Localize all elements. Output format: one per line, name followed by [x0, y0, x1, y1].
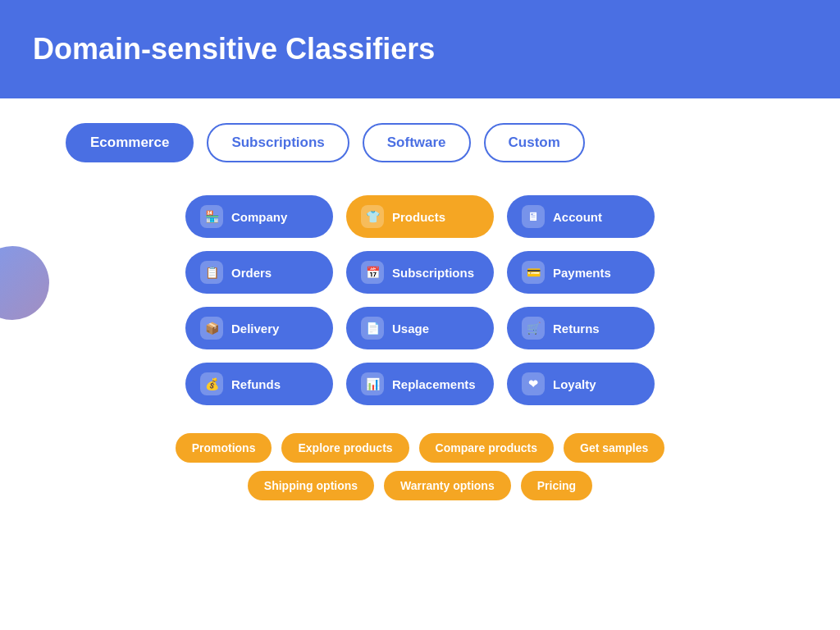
tab-subscriptions[interactable]: Subscriptions: [207, 123, 349, 162]
replacements-icon: 📊: [361, 372, 384, 395]
classifier-replacements-label: Replacements: [392, 377, 476, 391]
tab-software[interactable]: Software: [363, 123, 471, 162]
classifier-subscriptions-label: Subscriptions: [392, 266, 474, 280]
loyalty-icon: ❤: [522, 372, 545, 395]
classifier-replacements[interactable]: 📊 Replacements: [346, 363, 494, 405]
classifiers-grid: 🏪 Company 👕 Products 🖥 Account 📋 Orders …: [185, 195, 655, 405]
tag-get-samples[interactable]: Get samples: [564, 433, 664, 463]
tag-compare-products[interactable]: Compare products: [419, 433, 554, 463]
usage-icon: 📄: [361, 317, 384, 340]
tag-warranty-options[interactable]: Warranty options: [384, 471, 511, 500]
header: Domain-sensitive Classifiers: [0, 0, 840, 98]
tag-pricing[interactable]: Pricing: [521, 471, 592, 500]
tags-row-1: Promotions Explore products Compare prod…: [66, 433, 774, 463]
tag-shipping-options[interactable]: Shipping options: [248, 471, 374, 500]
tab-custom[interactable]: Custom: [484, 123, 585, 162]
classifier-payments[interactable]: 💳 Payments: [507, 251, 655, 294]
classifier-account[interactable]: 🖥 Account: [507, 195, 655, 238]
classifiers-wrapper: 🏪 Company 👕 Products 🖥 Account 📋 Orders …: [66, 195, 774, 425]
tabs-row: Ecommerce Subscriptions Software Custom: [66, 123, 774, 162]
classifier-company[interactable]: 🏪 Company: [185, 195, 333, 238]
tag-promotions[interactable]: Promotions: [176, 433, 272, 463]
decorative-circle: [0, 246, 49, 320]
tab-ecommerce[interactable]: Ecommerce: [66, 123, 194, 162]
classifier-company-label: Company: [231, 210, 287, 224]
classifier-delivery-label: Delivery: [231, 322, 279, 336]
classifier-orders-label: Orders: [231, 266, 272, 280]
company-icon: 🏪: [200, 205, 223, 228]
payments-icon: 💳: [522, 261, 545, 284]
classifier-products-label: Products: [392, 210, 445, 224]
classifier-delivery[interactable]: 📦 Delivery: [185, 307, 333, 349]
subscriptions-icon: 📅: [361, 261, 384, 284]
classifier-subscriptions[interactable]: 📅 Subscriptions: [346, 251, 494, 294]
classifier-returns[interactable]: 🛒 Returns: [507, 307, 655, 349]
classifier-refunds-label: Refunds: [231, 377, 281, 391]
classifier-loyalty-label: Loyalty: [553, 377, 596, 391]
classifier-usage-label: Usage: [392, 322, 429, 336]
products-icon: 👕: [361, 205, 384, 228]
classifier-usage[interactable]: 📄 Usage: [346, 307, 494, 349]
classifier-loyalty[interactable]: ❤ Loyalty: [507, 363, 655, 405]
refunds-icon: 💰: [200, 372, 223, 395]
tag-explore-products[interactable]: Explore products: [281, 433, 409, 463]
tags-row-2: Shipping options Warranty options Pricin…: [66, 471, 774, 500]
content: Ecommerce Subscriptions Software Custom …: [0, 98, 840, 525]
classifier-account-label: Account: [553, 210, 602, 224]
orders-icon: 📋: [200, 261, 223, 284]
account-icon: 🖥: [522, 205, 545, 228]
classifier-payments-label: Payments: [553, 266, 611, 280]
classifier-refunds[interactable]: 💰 Refunds: [185, 363, 333, 405]
classifier-returns-label: Returns: [553, 322, 600, 336]
delivery-icon: 📦: [200, 317, 223, 340]
classifier-orders[interactable]: 📋 Orders: [185, 251, 333, 294]
returns-icon: 🛒: [522, 317, 545, 340]
classifier-products[interactable]: 👕 Products: [346, 195, 494, 238]
page-title: Domain-sensitive Classifiers: [33, 32, 435, 66]
